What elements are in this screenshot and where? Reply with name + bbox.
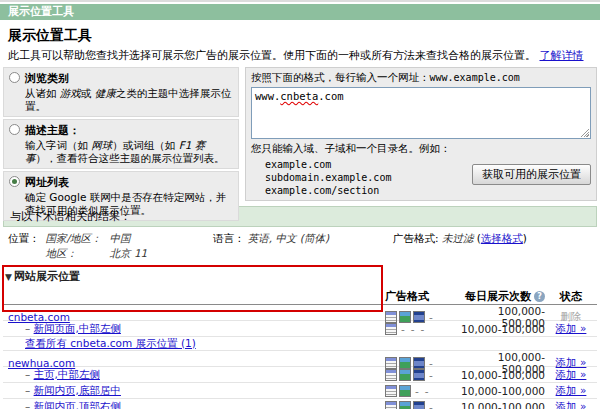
language-label: 语言： xyxy=(213,232,245,244)
table-row-sub: 新闻内页,底部居中 -- 10,000-100,000 添加 » xyxy=(3,383,597,399)
video-ad-icon xyxy=(413,401,425,409)
method-and-url-section: 浏览类别 从诸如 游戏或 健康之类的主题中选择展示位置。 描述主题： 输入字词（… xyxy=(3,67,597,201)
table-row-sub: 新闻页面,中部左侧 --- 10,000-100,000 添加 » xyxy=(3,321,597,337)
region-label: 地区： xyxy=(46,247,102,261)
learn-more-link[interactable]: 了解详情 xyxy=(540,49,584,62)
col-header-status: 状态 xyxy=(545,289,597,304)
text-ad-icon xyxy=(385,323,397,335)
desc-part: 输入字词（如 xyxy=(25,139,91,151)
url-textarea[interactable]: www.cnbeta.com xyxy=(251,87,591,139)
table-header-row: 广告格式 每日展示次数? 状态 xyxy=(3,288,597,305)
url-example-line: example.com xyxy=(265,158,391,171)
daily-impressions-value: 10,000-100,000 xyxy=(459,369,545,381)
desc-part: 从诸如 xyxy=(25,87,60,99)
describe-topics-title: 描述主题： xyxy=(25,123,233,138)
page-title: 展示位置工具 xyxy=(8,27,600,45)
url-example-line: subdomain.example.com xyxy=(265,171,391,184)
image-ad-icon xyxy=(399,311,411,323)
view-all-link[interactable]: 查看所有 cnbeta.com 展示位置 (1) xyxy=(25,337,196,349)
ad-format-label: 广告格式: xyxy=(393,232,439,244)
placement-link[interactable]: 新闻内页,底部居中 xyxy=(34,384,121,396)
video-ad-icon xyxy=(413,311,425,323)
browse-categories-desc: 从诸如 游戏或 健康之类的主题中选择展示位置。 xyxy=(25,87,233,113)
page-description-text: 此工具可以帮助您查找并选择可展示您广告的展示位置。使用下面的一种或所有方法来查找… xyxy=(8,49,536,62)
col-header-daily-impressions: 每日展示次数 xyxy=(465,289,531,304)
ad-format-value: 未过滤 xyxy=(442,232,474,244)
desc-italic: 游戏 xyxy=(60,87,81,99)
image-ad-icon xyxy=(399,357,411,369)
url-hint: 您只能输入域、子域和一个目录名。例如： xyxy=(251,142,591,156)
video-ad-icon xyxy=(413,357,425,369)
collapse-triangle-icon[interactable]: ▼ xyxy=(5,272,12,282)
table-row-sub: 主页,中部左侧 - 10,000-100,000 添加 » xyxy=(3,367,597,383)
format-unavailable-dash: - xyxy=(413,385,421,397)
url-examples: example.com subdomain.example.com exampl… xyxy=(265,158,391,197)
region-value: 北京 11 xyxy=(110,247,148,261)
describe-topics-radio[interactable] xyxy=(9,124,20,135)
help-icon[interactable]: ? xyxy=(534,291,545,302)
url-format-example: www.example.com xyxy=(430,72,520,83)
add-link[interactable]: 添加 » xyxy=(556,400,587,409)
placements-section-label: 网站展示位置 xyxy=(14,270,80,283)
placement-link[interactable]: 新闻页面,中部左侧 xyxy=(34,322,121,334)
placement-link[interactable]: 新闻内页,顶部右侧 xyxy=(34,400,121,409)
add-link[interactable]: 添加 » xyxy=(556,384,587,396)
ad-format-icons: - xyxy=(385,357,459,369)
placements-section-title: ▼网站展示位置 xyxy=(5,269,597,284)
text-ad-icon xyxy=(385,401,397,409)
video-ad-icon xyxy=(413,369,425,381)
placement-link[interactable]: 主页,中部左侧 xyxy=(34,368,100,380)
add-link[interactable]: 添加 » xyxy=(556,356,587,368)
format-unavailable-dash: - xyxy=(427,311,435,323)
text-ad-icon xyxy=(385,311,397,323)
choose-format-link[interactable]: 选择格式 xyxy=(481,232,523,244)
url-format-text: 按照下面的格式，每行输入一个网址： xyxy=(251,71,430,83)
url-entry-panel: 按照下面的格式，每行输入一个网址：www.example.com www.cnb… xyxy=(245,67,597,201)
desc-part: ），查看符合这些主题的展示位置列表。 xyxy=(36,152,225,164)
daily-impressions-value: 10,000-100,000 xyxy=(459,385,545,397)
image-ad-icon xyxy=(399,401,411,409)
ad-format-icons: -- xyxy=(385,385,459,397)
daily-impressions-value: 10,000-100,000 xyxy=(459,323,545,335)
url-value-suffix: .com xyxy=(318,90,343,102)
desc-italic: 健康 xyxy=(95,87,116,99)
method-options: 浏览类别 从诸如 游戏或 健康之类的主题中选择展示位置。 描述主题： 输入字词（… xyxy=(3,67,239,201)
top-divider xyxy=(0,0,600,2)
text-ad-icon xyxy=(385,357,397,369)
delete-link[interactable]: 删除 xyxy=(561,310,582,322)
browse-categories-radio[interactable] xyxy=(9,72,20,83)
get-placements-button[interactable]: 获取可用的展示位置 xyxy=(472,164,591,185)
url-value-prefix: www. xyxy=(255,90,280,102)
format-unavailable-dash: - xyxy=(409,323,417,335)
ad-format-icons: - xyxy=(385,401,459,409)
url-list-title: 网址列表 xyxy=(25,175,233,190)
method-browse-categories: 浏览类别 从诸如 游戏或 健康之类的主题中选择展示位置。 xyxy=(3,67,239,117)
ad-format-icons: - xyxy=(385,369,459,381)
browse-categories-title: 浏览类别 xyxy=(25,71,233,86)
page-description: 此工具可以帮助您查找并选择可展示您广告的展示位置。使用下面的一种或所有方法来查找… xyxy=(8,48,592,63)
url-example-line: example.com/section xyxy=(265,184,391,197)
describe-topics-desc: 输入字词（如 网球）或词组（如 F1 赛事），查看符合这些主题的展示位置列表。 xyxy=(25,139,233,165)
url-value-misspelled: cnbeta xyxy=(280,90,318,102)
url-format-label: 按照下面的格式，每行输入一个网址：www.example.com xyxy=(251,71,591,85)
col-header-ad-format: 广告格式 xyxy=(385,289,459,304)
ad-format-icons: --- xyxy=(385,323,459,335)
tool-banner-title: 展示位置工具 xyxy=(0,4,600,20)
add-link[interactable]: 添加 » xyxy=(556,322,587,334)
table-row-site: newhua.com - 100,000-500,000 添加 » xyxy=(3,351,597,367)
location-label: 位置： xyxy=(8,232,40,261)
table-row-sub: 新闻内页,顶部右侧 - 10,000-100,000 添加 » xyxy=(3,399,597,409)
results-filters: 位置： 国家/地区： 中国 地区： 北京 11 语言： 英语, 中文 (简体) … xyxy=(0,227,600,265)
paren-close: ) xyxy=(523,232,527,244)
add-link[interactable]: 添加 » xyxy=(556,368,587,380)
format-unavailable-dash: - xyxy=(427,401,435,409)
format-unavailable-dash: - xyxy=(427,357,435,369)
country-value: 中国 xyxy=(110,232,148,246)
results-bar-title: 与以下术语相关的结果： xyxy=(3,206,597,227)
desc-italic: 网球 xyxy=(91,139,112,151)
ad-format-icons: - xyxy=(385,311,459,323)
format-unavailable-dash: - xyxy=(427,369,435,381)
text-ad-icon xyxy=(385,385,397,397)
method-describe-topics: 描述主题： 输入字词（如 网球）或词组（如 F1 赛事），查看符合这些主题的展示… xyxy=(3,119,239,169)
url-list-radio[interactable] xyxy=(9,176,20,187)
